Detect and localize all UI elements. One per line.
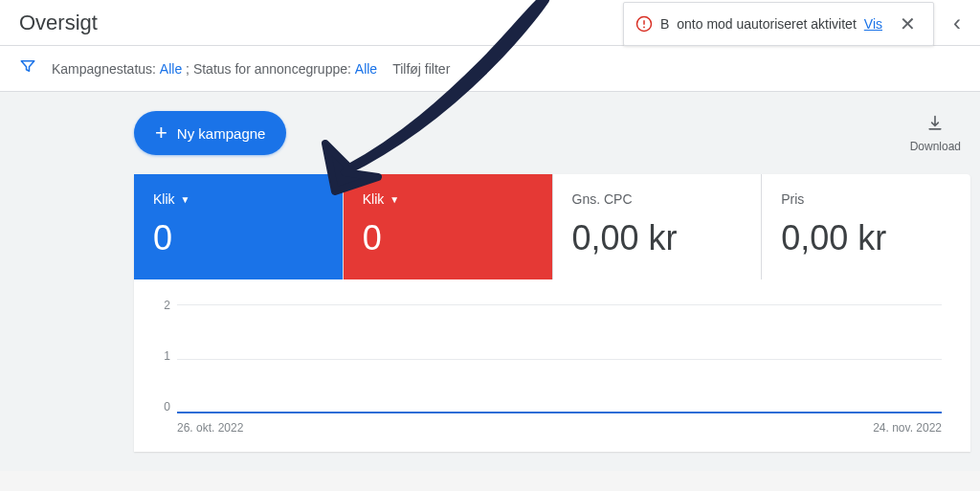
metrics-row: Klik ▼ 0 Klik ▼ 0 Gns. CPC 0,00 kr Pris …: [134, 174, 970, 279]
chart-area: 2 1 0 26. okt. 2022 24. nov. 2022: [134, 279, 970, 452]
download-label: Download: [910, 140, 961, 153]
chevron-left-icon[interactable]: ‹: [942, 8, 972, 38]
alert-link[interactable]: Vis: [864, 16, 882, 32]
metric-label: Klik ▼: [363, 191, 533, 207]
y-axis: 2 1 0: [153, 299, 170, 413]
new-campaign-label: Ny kampagne: [177, 125, 266, 142]
metric-card-pris[interactable]: Pris 0,00 kr: [762, 174, 970, 279]
chevron-down-icon: ▼: [390, 194, 399, 205]
metric-card-cpc[interactable]: Gns. CPC 0,00 kr: [553, 174, 763, 279]
metric-label: Gns. CPC: [572, 191, 743, 207]
metric-card-klik-2[interactable]: Klik ▼ 0: [344, 174, 553, 279]
alert-text: onto mod uautoriseret aktivitet: [677, 16, 857, 32]
metric-label: Pris: [781, 191, 951, 207]
download-button[interactable]: Download: [910, 114, 961, 153]
metric-label: Klik ▼: [153, 191, 323, 207]
plus-icon: +: [155, 123, 167, 144]
x-axis: 26. okt. 2022 24. nov. 2022: [177, 421, 942, 435]
download-icon: [925, 114, 945, 138]
alert-banner: B onto mod uautoriseret aktivitet Vis ✕: [623, 2, 934, 46]
filter-summary[interactable]: Kampagnestatus: Alle ; Status for annonc…: [52, 61, 377, 77]
metric-value: 0: [153, 218, 323, 258]
add-filter[interactable]: Tilføj filter: [392, 61, 450, 77]
svg-point-2: [643, 26, 645, 28]
close-icon[interactable]: ✕: [894, 11, 922, 37]
chevron-down-icon: ▼: [181, 194, 190, 205]
metric-value: 0,00 kr: [781, 218, 951, 258]
new-campaign-button[interactable]: + Ny kampagne: [134, 111, 286, 155]
page-title: Oversigt: [19, 11, 98, 35]
filter-bar: Kampagnestatus: Alle ; Status for annonc…: [0, 46, 980, 92]
metric-value: 0: [363, 218, 533, 258]
filter-icon[interactable]: [19, 57, 36, 79]
metric-card-klik-1[interactable]: Klik ▼ 0: [134, 174, 344, 279]
chart-baseline: [177, 412, 942, 413]
metric-value: 0,00 kr: [572, 218, 743, 258]
alert-text-prefix: B: [660, 16, 669, 32]
alert-icon: [635, 15, 653, 33]
